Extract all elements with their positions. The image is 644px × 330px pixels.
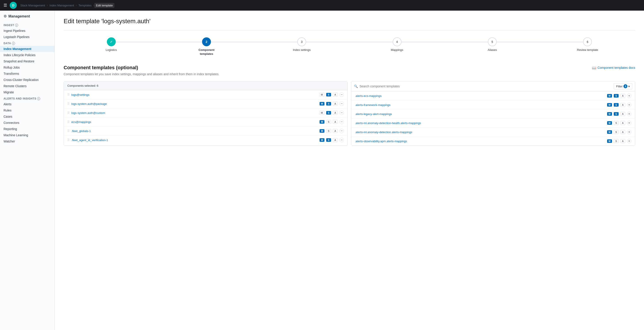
drag-handle-icon[interactable]: ⠿ [67,129,70,133]
info-icon[interactable]: i [37,97,40,100]
search-input[interactable] [360,84,612,88]
remove-button[interactable]: − [340,111,344,115]
badge-m: M [607,130,612,134]
component-template-link[interactable]: .alerts-framework-mappings [355,103,605,107]
info-icon[interactable]: i [15,24,18,27]
sidebar-section-title: Ingesti [0,22,54,28]
badge-s: S [614,112,618,116]
right-panel-rows: .alerts-ecs-mappingsMSA+.alerts-framewor… [351,91,635,145]
remove-button[interactable]: − [340,138,344,142]
chevron-down-icon: ▾ [628,85,630,88]
section-header: Component templates (optional) 📖 Compone… [64,65,635,71]
list-item: ⠿logs-system.auth@customMSA− [64,108,348,117]
component-template-link[interactable]: .alerts-ml.anomaly-detection.alerts-mapp… [355,130,605,134]
sidebar-item-snapshot-and-restore[interactable]: Snapshot and Restore [0,58,54,64]
drag-handle-icon[interactable]: ⠿ [67,93,70,96]
sidebar-item-migrate[interactable]: Migrate [0,89,54,95]
add-button[interactable]: + [627,103,632,107]
sidebar-item-index-lifecycle-policies[interactable]: Index Lifecycle Policies [0,52,54,58]
drag-handle-icon[interactable]: ⠿ [67,102,70,105]
hamburger-icon[interactable]: ☰ [3,2,8,9]
book-icon: 📖 [592,66,596,70]
breadcrumb: Stack Management›Index Management›Templa… [18,3,114,8]
badge-s: S [614,94,618,98]
gear-icon: ⚙ [4,14,7,18]
badge-s: S [326,138,331,142]
add-button[interactable]: + [627,130,632,134]
left-panel-header: Components selected: 6 [64,81,348,90]
sidebar-item-transforms[interactable]: Transforms [0,71,54,77]
page-title: Edit template 'logs-system.auth' [64,18,635,25]
component-template-link[interactable]: logs@settings [71,93,318,96]
section-title: Component templates (optional) [64,65,138,71]
component-template-link[interactable]: .fleet_globals-1 [71,129,318,133]
badge-m: M [319,93,324,97]
panels: Components selected: 6 ⠿logs@settingsMSA… [64,81,635,146]
sidebar-item-watcher[interactable]: Watcher [0,138,54,144]
remove-button[interactable]: − [340,101,344,106]
breadcrumb-item[interactable]: Stack Management [18,3,47,8]
badge-s: S [614,121,618,125]
component-template-link[interactable]: ecs@mappings [71,120,318,124]
component-template-link[interactable]: .alerts-ecs-mappings [355,94,605,98]
sidebar-item-remote-clusters[interactable]: Remote Clusters [0,83,54,89]
drag-handle-icon[interactable]: ⠿ [67,111,70,115]
breadcrumb-item[interactable]: Templates [77,3,93,8]
badge-s: S [326,111,331,115]
filter-label: Filter [616,85,622,88]
docs-link[interactable]: 📖 Component templates docs [592,66,635,70]
add-button[interactable]: + [627,121,632,125]
sidebar-item-rules[interactable]: Rules [0,107,54,113]
add-button[interactable]: + [627,94,632,98]
sidebar-item-reporting[interactable]: Reporting [0,126,54,132]
breadcrumb-item[interactable]: Index Management [48,3,76,8]
filter-button[interactable]: Filter 3 ▾ [614,83,632,89]
sidebar-section-title: Alerts and Insightsi [0,95,54,101]
drag-handle-icon[interactable]: ⠿ [67,138,70,142]
list-item: ⠿logs@settingsMSA− [64,90,348,99]
sidebar-item-connectors[interactable]: Connectors [0,120,54,126]
component-template-link[interactable]: .alerts-legacy-alert-mappings [355,112,605,116]
stepper-item-5: 6Review template [540,37,635,52]
section-description: Component templates let you save index s… [64,72,635,76]
sidebar-item-cases[interactable]: Cases [0,113,54,120]
avatar: D [10,2,17,9]
sidebar-item-ingest-pipelines[interactable]: Ingest Pipelines [0,28,54,34]
divider [64,30,635,30]
sidebar-item-machine-learning[interactable]: Machine Learning [0,132,54,138]
sidebar-section-title: Datai [0,40,54,46]
stepper-item-2: 3Index settings [254,37,350,52]
breadcrumb-item[interactable]: Edit template [94,3,114,8]
badge-a: A [333,120,338,124]
sidebar-item-alerts[interactable]: Alerts [0,101,54,107]
component-template-link[interactable]: logs-system.auth@custom [71,111,318,115]
component-template-link[interactable]: logs-system.auth@package [71,102,318,105]
add-button[interactable]: + [627,112,632,116]
badge-m: M [319,111,324,115]
stepper-label-3: Mappings [391,48,403,52]
stepper-item-0[interactable]: ✓Logistics [64,37,159,52]
stepper: ✓Logistics2Component templates3Index set… [64,37,635,56]
add-button[interactable]: + [627,139,632,143]
left-panel-rows: ⠿logs@settingsMSA−⠿logs-system.auth@pack… [64,90,348,144]
sidebar-item-cross-cluster-replication[interactable]: Cross-Cluster Replication [0,77,54,83]
component-template-link[interactable]: .fleet_agent_id_verification-1 [71,138,318,142]
component-template-link[interactable]: .alerts-ml.anomaly-detection-health.aler… [355,121,605,125]
sidebar: ⚙ Management IngestiIngest PipelinesLogs… [0,11,55,330]
sidebar-item-rollup-jobs[interactable]: Rollup Jobs [0,64,54,71]
sidebar-item-logstash-pipelines[interactable]: Logstash Pipelines [0,34,54,40]
remove-button[interactable]: − [340,129,344,133]
info-icon[interactable]: i [12,42,15,45]
right-panel: 🔍 Filter 3 ▾ .alerts-ecs-mappingsMSA+.al… [351,81,635,146]
sidebar-item-index-management[interactable]: Index Management [0,46,54,52]
remove-button[interactable]: − [340,92,344,97]
remove-button[interactable]: − [340,120,344,124]
stepper-item-1[interactable]: 2Component templates [159,37,254,56]
badge-a: A [620,112,625,116]
badge-a: A [620,121,625,125]
component-template-link[interactable]: .alerts-observability.apm.alerts-mapping… [355,139,605,143]
filter-count: 3 [624,84,628,88]
badge-s: S [326,93,331,96]
drag-handle-icon[interactable]: ⠿ [67,120,70,124]
badge-a: A [333,111,338,115]
